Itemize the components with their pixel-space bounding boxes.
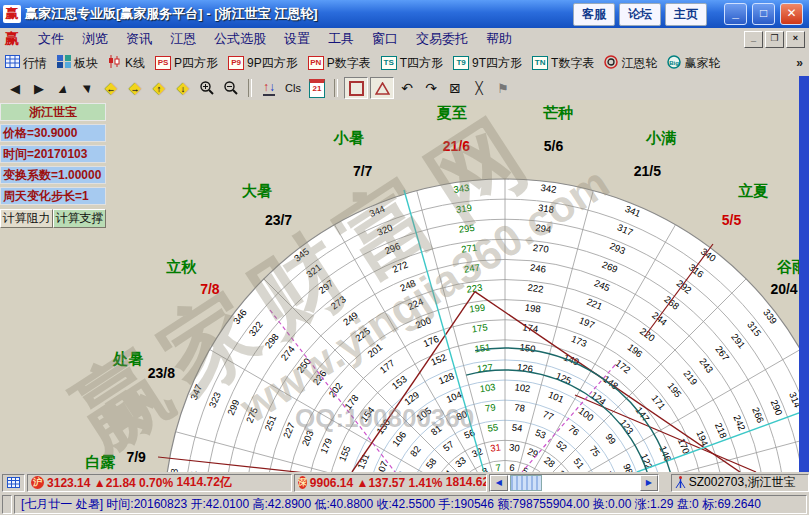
status-bar: 沪 3123.14 ▲21.84 0.70% 1414.72亿 深 9906.1…	[0, 472, 809, 493]
toolbar-item-行情[interactable]: 行情	[0, 53, 52, 74]
mdi-close-button[interactable]: ×	[786, 31, 805, 48]
menu-items: 文件浏览资讯江恩公式选股设置工具窗口交易委托帮助	[29, 30, 521, 48]
toolbar-item-label: T数字表	[551, 55, 594, 72]
toolbar-item-K线[interactable]: K线	[103, 53, 150, 74]
toolbar-item-label: 9T四方形	[472, 55, 522, 72]
title-bar: 赢 赢家江恩专业版[赢家服务平台] - [浙江世宝 江恩轮] 客服 论坛 主页 …	[0, 0, 809, 28]
toolbar-item-label: K线	[125, 55, 145, 72]
toolbar-item-label: 江恩轮	[621, 55, 657, 72]
toolbar-item-赢家轮[interactable]: Big赢家轮	[662, 53, 725, 74]
menu-item-4[interactable]: 公式选股	[205, 29, 275, 48]
draw-triangle-icon[interactable]	[370, 77, 394, 99]
letter-box: P9	[228, 56, 244, 70]
calc-support-button[interactable]: 计算支撑	[53, 209, 106, 228]
menu-item-7[interactable]: 窗口	[363, 29, 407, 48]
main-toolbar: 行情板块K线PSP四方形P99P四方形PNP数字表TST四方形T99T四方形TN…	[0, 50, 809, 77]
wheel-number: 103	[479, 381, 496, 394]
nav-back-icon[interactable]: ◀	[4, 78, 26, 98]
toolbar-item-9T四方形[interactable]: T99T四方形	[448, 53, 527, 74]
zoom-out-icon[interactable]	[220, 78, 242, 98]
scroll-left-arrow[interactable]: ◀	[490, 475, 508, 491]
nav-up-icon[interactable]: ▲	[52, 78, 74, 98]
menu-item-8[interactable]: 交易委托	[407, 29, 477, 48]
menu-item-0[interactable]: 文件	[29, 29, 73, 48]
menu-item-3[interactable]: 江恩	[161, 29, 205, 48]
wheel-number: 246	[530, 262, 547, 275]
updown-arrows-icon[interactable]: ↑↓	[258, 78, 280, 98]
wheel-number: 79	[484, 401, 496, 413]
boxed-x-icon[interactable]: ⊠	[444, 78, 466, 98]
draw-square-icon[interactable]	[344, 77, 368, 99]
wheel-number: 222	[527, 282, 544, 295]
stock-code-label: SZ002703,浙江世宝	[689, 474, 796, 491]
wheel-number: 30	[509, 441, 521, 453]
ohlc-text: [七月廿一 处暑] 时间:20160823 开:42.0100 高:42.890…	[21, 496, 761, 513]
menu-item-6[interactable]: 工具	[319, 29, 363, 48]
rotate-cw-icon[interactable]: ↷	[420, 78, 442, 98]
menu-item-1[interactable]: 浏览	[73, 29, 117, 48]
ohlc-info-cell: [七月廿一 处暑] 时间:20160823 开:42.0100 高:42.890…	[14, 495, 807, 514]
mdi-restore-button[interactable]: ❐	[765, 31, 784, 48]
diamond-down-icon[interactable]: ◆↓	[172, 78, 194, 98]
toolbar-item-T数字表[interactable]: TNT数字表	[527, 53, 599, 74]
toolbar-item-T四方形[interactable]: TST四方形	[376, 53, 448, 74]
toolbar-separator	[334, 79, 338, 97]
solar-term-label: 大暑	[242, 182, 272, 199]
sh-index-change: ▲21.84	[94, 476, 136, 490]
mdi-window-buttons: _ ❐ ×	[742, 31, 809, 48]
shanghai-index-cell[interactable]: 沪 3123.14 ▲21.84 0.70% 1414.72亿	[27, 474, 292, 492]
wheel-number: 151	[474, 341, 491, 354]
big-wheel-icon: Big	[667, 55, 681, 72]
toolbar-item-板块[interactable]: 板块	[52, 53, 103, 74]
current-stock-cell[interactable]: SZ002703,浙江世宝	[671, 474, 809, 492]
toolbar-overflow-chevron[interactable]: »	[796, 56, 809, 70]
menu-item-9[interactable]: 帮助	[477, 29, 521, 48]
toolbar-item-9P四方形[interactable]: P99P四方形	[223, 53, 303, 74]
shenzhen-index-cell[interactable]: 深 9906.14 ▲137.57 1.41% 1814.62亿	[294, 474, 487, 492]
toolbar-item-江恩轮[interactable]: 江恩轮	[599, 53, 662, 74]
homepage-button[interactable]: 主页	[665, 3, 707, 26]
toolbar-item-P数字表[interactable]: PNP数字表	[303, 53, 376, 74]
wheel-number: 174	[522, 321, 539, 334]
solar-term-date: 5/6	[544, 138, 564, 154]
mdi-minimize-button[interactable]: _	[744, 31, 763, 48]
solar-term-date: 21/6	[443, 138, 470, 154]
letter-box: PN	[308, 56, 324, 70]
zoom-in-icon[interactable]	[196, 78, 218, 98]
calendar-icon[interactable]: 21	[306, 78, 328, 98]
cls-button[interactable]: Cls	[282, 78, 304, 98]
diamond-left-icon[interactable]: ◆←	[100, 78, 122, 98]
solar-term-label: 小满	[645, 129, 676, 146]
scroll-right-arrow[interactable]: ▶	[640, 475, 658, 491]
rotate-ccw-icon[interactable]: ↶	[396, 78, 418, 98]
solar-term-date: 23/7	[265, 212, 292, 228]
move-cross-icon[interactable]: ╳	[468, 78, 490, 98]
diamond-up-icon[interactable]: ◆↑	[148, 78, 170, 98]
toolbar-item-P四方形[interactable]: PSP四方形	[150, 53, 223, 74]
blocks-icon	[57, 55, 71, 71]
calc-resistance-button[interactable]: 计算阻力	[0, 209, 53, 228]
menu-item-5[interactable]: 设置	[275, 29, 319, 48]
menu-logo-icon: 赢	[5, 30, 19, 48]
wheel-number: 198	[524, 302, 541, 315]
sz-index-value: 9906.14	[310, 476, 353, 490]
info-bar: [七月廿一 处暑] 时间:20160823 开:42.0100 高:42.890…	[0, 493, 809, 515]
minimize-button[interactable]: _	[724, 3, 747, 25]
customer-service-button[interactable]: 客服	[573, 3, 615, 26]
svg-text:Big: Big	[670, 59, 680, 65]
maximize-button[interactable]: □	[752, 3, 775, 25]
quote-table-icon[interactable]	[2, 474, 25, 492]
solar-term-date: 21/5	[634, 163, 661, 179]
flag-icon[interactable]: ⚑	[492, 78, 514, 98]
nav-forward-icon[interactable]: ▶	[28, 78, 50, 98]
scroll-thumb[interactable]	[510, 475, 542, 491]
diamond-right-icon[interactable]: ◆→	[124, 78, 146, 98]
solar-term-label: 小暑	[333, 129, 364, 146]
menu-item-2[interactable]: 资讯	[117, 29, 161, 48]
app-logo-icon: 赢	[3, 5, 21, 23]
forum-button[interactable]: 论坛	[619, 3, 661, 26]
toolbar-item-label: T四方形	[400, 55, 443, 72]
horizontal-scrollbar[interactable]: ◀ ▶	[489, 474, 659, 492]
close-button[interactable]: ✕	[780, 3, 803, 25]
nav-down-icon[interactable]: ▼	[76, 78, 98, 98]
